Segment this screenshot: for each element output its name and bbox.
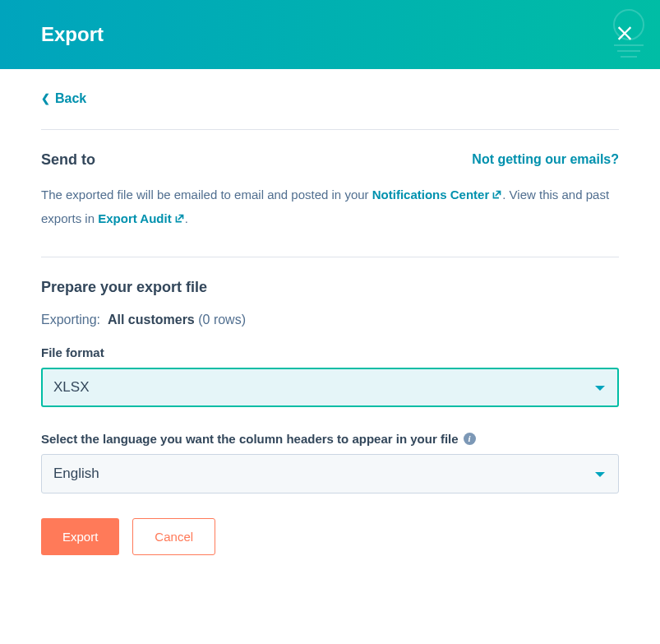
language-select-wrap: English [41,454,619,493]
desc-text-post: . [185,211,188,225]
chevron-left-icon: ❮ [41,92,50,104]
language-label: Select the language you want the column … [41,432,619,446]
language-value: English [53,466,99,481]
modal-title: Export [41,23,104,46]
modal-header: Export [0,0,660,69]
divider [41,129,619,130]
exporting-value: All customers [108,313,195,327]
language-select[interactable]: English [41,454,619,493]
close-button[interactable] [609,18,640,52]
file-format-value: XLSX [53,379,89,395]
language-label-text: Select the language you want the column … [41,432,459,446]
button-row: Export Cancel [41,518,619,555]
info-icon[interactable]: i [464,433,476,445]
send-to-description: The exported file will be emailed to ema… [41,183,619,232]
send-to-row: Send to Not getting our emails? [41,151,619,169]
exporting-label: Exporting: [41,313,100,327]
back-link[interactable]: ❮ Back [41,91,86,106]
prepare-heading: Prepare your export file [41,279,619,296]
exporting-line: Exporting: All customers (0 rows) [41,313,619,327]
external-link-icon [174,208,185,232]
close-icon [616,33,634,45]
back-label: Back [55,91,86,106]
send-to-heading: Send to [41,151,95,169]
email-help-link[interactable]: Not getting our emails? [472,152,619,167]
export-button[interactable]: Export [41,518,119,555]
cancel-button[interactable]: Cancel [132,518,215,555]
notifications-center-link[interactable]: Notifications Center [372,188,503,202]
export-audit-link[interactable]: Export Audit [98,211,184,225]
modal-body: ❮ Back Send to Not getting our emails? T… [0,69,660,588]
desc-text-pre: The exported file will be emailed to ema… [41,188,372,202]
external-link-icon [492,184,502,208]
exporting-rows: (0 rows) [198,313,246,327]
file-format-label: File format [41,345,619,359]
file-format-select-wrap: XLSX [41,368,619,407]
file-format-select[interactable]: XLSX [41,368,619,407]
divider [41,257,619,257]
